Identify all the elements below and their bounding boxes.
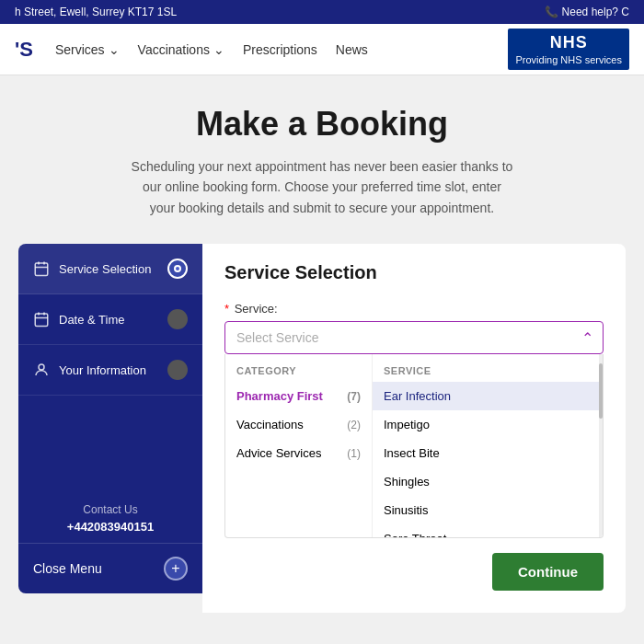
- sidebar-item-date-time[interactable]: Date & Time: [18, 294, 202, 345]
- calendar-icon: [33, 260, 50, 277]
- close-menu-button[interactable]: Close Menu +: [18, 543, 202, 593]
- nhs-logo-text: NHS: [515, 32, 622, 53]
- step-indicator-3: [167, 360, 188, 380]
- nhs-sub-text: Providing NHS services: [515, 53, 622, 66]
- sidebar: Service Selection Date & Time: [18, 244, 202, 593]
- scroll-indicator: [599, 354, 603, 537]
- person-icon: [33, 362, 50, 378]
- help-text: 📞 Need help? C: [545, 6, 629, 18]
- continue-button[interactable]: Continue: [492, 553, 604, 591]
- nav-vaccinations[interactable]: Vaccinations ⌄: [138, 26, 224, 74]
- clock-icon: [33, 311, 50, 328]
- service-sinusitis[interactable]: Sinusitis: [373, 496, 599, 524]
- sidebar-item-service-selection[interactable]: Service Selection: [18, 244, 202, 294]
- sidebar-label-datetime: Date & Time: [59, 313, 167, 327]
- chevron-down-icon: ⌄: [109, 42, 120, 57]
- service-shingles[interactable]: Shingles: [373, 467, 599, 496]
- booking-layout: Service Selection Date & Time: [18, 244, 626, 613]
- address-text: h Street, Ewell, Surrey KT17 1SL: [15, 6, 177, 18]
- top-bar: h Street, Ewell, Surrey KT17 1SL 📞 Need …: [0, 0, 644, 24]
- service-insect-bite[interactable]: Insect Bite: [373, 439, 599, 467]
- nav-services[interactable]: Services ⌄: [55, 26, 120, 74]
- svg-point-4: [175, 266, 180, 271]
- svg-point-9: [39, 364, 44, 370]
- page-title: Make a Booking: [18, 105, 626, 144]
- page-subtitle: Scheduling your next appointment has nev…: [129, 156, 515, 218]
- category-header: Category: [225, 362, 372, 382]
- step-indicator-2: [167, 309, 188, 329]
- service-impetigo[interactable]: Impetigo: [373, 410, 599, 439]
- svg-rect-0: [35, 263, 48, 276]
- nav-bar: 'S Services ⌄ Vaccinations ⌄ Prescriptio…: [0, 24, 644, 75]
- category-vaccinations[interactable]: Vaccinations (2): [225, 410, 372, 439]
- sidebar-label-info: Your Information: [59, 363, 167, 377]
- sidebar-item-your-information[interactable]: Your Information: [18, 345, 202, 396]
- nav-prescriptions[interactable]: Prescriptions: [243, 26, 317, 74]
- close-icon: +: [164, 557, 188, 581]
- category-advice-services[interactable]: Advice Services (1): [225, 439, 372, 467]
- service-dropdown: Category Pharmacy First (7) Vaccinations…: [224, 354, 604, 538]
- category-list: Category Pharmacy First (7) Vaccinations…: [225, 354, 373, 537]
- nav-items: Services ⌄ Vaccinations ⌄ Prescriptions …: [55, 26, 509, 74]
- panel-title: Service Selection: [224, 262, 604, 283]
- chevron-down-icon: ⌄: [213, 42, 224, 57]
- nav-logo[interactable]: 'S: [15, 38, 33, 62]
- service-header: Service: [373, 362, 599, 382]
- panel-footer: Continue: [224, 553, 604, 591]
- contact-phone: +442083940151: [33, 520, 188, 534]
- nav-news[interactable]: News: [336, 26, 368, 74]
- select-placeholder[interactable]: Select Service: [225, 322, 603, 353]
- scroll-thumb: [599, 363, 603, 419]
- service-list: Service Ear Infection Impetigo Insect Bi…: [373, 354, 599, 537]
- main-panel: Service Selection * Service: Select Serv…: [202, 244, 626, 613]
- service-sore-throat[interactable]: Sore Throat: [373, 524, 599, 537]
- close-menu-label: Close Menu: [33, 561, 102, 576]
- nhs-badge: NHS Providing NHS services: [508, 29, 629, 71]
- contact-label: Contact Us: [33, 503, 188, 516]
- service-ear-infection[interactable]: Ear Infection: [373, 382, 599, 410]
- phone-icon: 📞: [545, 6, 558, 18]
- required-star: *: [224, 302, 229, 316]
- service-field-label: * Service:: [224, 302, 604, 316]
- service-select[interactable]: Select Service ⌃: [224, 321, 604, 354]
- sidebar-label-service: Service Selection: [59, 262, 167, 276]
- category-pharmacy-first[interactable]: Pharmacy First (7): [225, 382, 372, 410]
- page-content: Make a Booking Scheduling your next appo…: [0, 75, 644, 631]
- sidebar-contact: Contact Us +442083940151: [18, 485, 202, 543]
- step-indicator-1: [167, 259, 188, 279]
- svg-rect-5: [35, 314, 48, 327]
